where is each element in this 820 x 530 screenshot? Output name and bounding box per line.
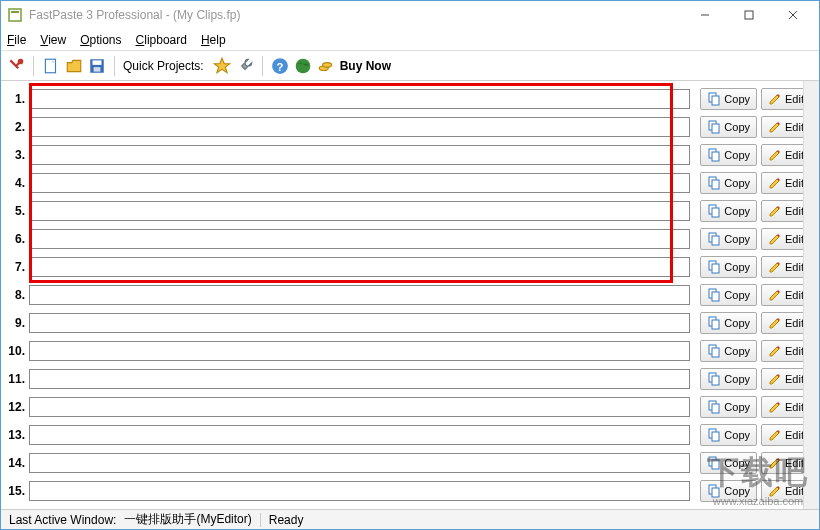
svg-rect-45: [712, 488, 719, 497]
copy-button[interactable]: Copy: [700, 396, 757, 418]
edit-icon: [768, 260, 782, 274]
window-title: FastPaste 3 Professional - (My Clips.fp): [29, 8, 683, 22]
clip-row: 3.CopyEdit: [1, 141, 819, 169]
new-file-icon[interactable]: [42, 57, 60, 75]
svg-rect-19: [712, 124, 719, 133]
menu-file[interactable]: File: [7, 33, 26, 47]
buy-now-button[interactable]: Buy Now: [340, 59, 391, 73]
edit-icon: [768, 484, 782, 498]
star-icon[interactable]: [213, 57, 231, 75]
titlebar: FastPaste 3 Professional - (My Clips.fp): [1, 1, 819, 29]
edit-icon: [768, 372, 782, 386]
coins-icon[interactable]: [317, 57, 335, 75]
menu-clipboard[interactable]: Clipboard: [136, 33, 187, 47]
maximize-button[interactable]: [727, 1, 771, 29]
svg-rect-25: [712, 208, 719, 217]
svg-point-6: [18, 58, 24, 64]
clip-field[interactable]: [29, 397, 690, 417]
clip-field[interactable]: [29, 313, 690, 333]
clip-field[interactable]: [29, 257, 690, 277]
copy-button[interactable]: Copy: [700, 312, 757, 334]
edit-icon: [768, 400, 782, 414]
copy-button[interactable]: Copy: [700, 88, 757, 110]
row-number: 1.: [3, 92, 29, 106]
edit-icon: [768, 176, 782, 190]
copy-button[interactable]: Copy: [700, 256, 757, 278]
globe-icon[interactable]: [294, 57, 312, 75]
clip-row: 4.CopyEdit: [1, 169, 819, 197]
svg-rect-33: [712, 320, 719, 329]
vertical-scrollbar[interactable]: [803, 81, 819, 509]
copy-button[interactable]: Copy: [700, 284, 757, 306]
svg-point-15: [322, 62, 331, 67]
clip-field[interactable]: [29, 285, 690, 305]
row-number: 5.: [3, 204, 29, 218]
menubar: File View Options Clipboard Help: [1, 29, 819, 51]
copy-button[interactable]: Copy: [700, 200, 757, 222]
copy-button[interactable]: Copy: [700, 424, 757, 446]
copy-icon: [707, 400, 721, 414]
copy-icon: [707, 232, 721, 246]
menu-options[interactable]: Options: [80, 33, 121, 47]
clip-row: 15.CopyEdit: [1, 477, 819, 505]
row-number: 12.: [3, 400, 29, 414]
svg-rect-37: [712, 376, 719, 385]
clip-field[interactable]: [29, 369, 690, 389]
pin-icon[interactable]: [7, 57, 25, 75]
copy-icon: [707, 148, 721, 162]
svg-rect-41: [712, 432, 719, 441]
copy-button[interactable]: Copy: [700, 116, 757, 138]
copy-button[interactable]: Copy: [700, 172, 757, 194]
copy-button[interactable]: Copy: [700, 452, 757, 474]
copy-button[interactable]: Copy: [700, 144, 757, 166]
copy-button[interactable]: Copy: [700, 340, 757, 362]
copy-button[interactable]: Copy: [700, 480, 757, 502]
clip-row: 8.CopyEdit: [1, 281, 819, 309]
row-number: 4.: [3, 176, 29, 190]
row-number: 11.: [3, 372, 29, 386]
clip-field[interactable]: [29, 481, 690, 501]
clip-field[interactable]: [29, 89, 690, 109]
clip-field[interactable]: [29, 117, 690, 137]
edit-icon: [768, 232, 782, 246]
status-last-active-label: Last Active Window:: [9, 513, 116, 527]
copy-icon: [707, 372, 721, 386]
save-icon[interactable]: [88, 57, 106, 75]
clip-field[interactable]: [29, 145, 690, 165]
edit-icon: [768, 288, 782, 302]
copy-icon: [707, 456, 721, 470]
wrench-icon[interactable]: [236, 57, 254, 75]
svg-rect-27: [712, 236, 719, 245]
copy-icon: [707, 428, 721, 442]
clip-field[interactable]: [29, 201, 690, 221]
edit-icon: [768, 428, 782, 442]
copy-button[interactable]: Copy: [700, 368, 757, 390]
copy-icon: [707, 288, 721, 302]
menu-view[interactable]: View: [40, 33, 66, 47]
clip-row: 10.CopyEdit: [1, 337, 819, 365]
edit-icon: [768, 148, 782, 162]
clip-row: 1.CopyEdit: [1, 85, 819, 113]
clip-field[interactable]: [29, 341, 690, 361]
clip-row: 11.CopyEdit: [1, 365, 819, 393]
svg-rect-3: [745, 11, 753, 19]
copy-icon: [707, 316, 721, 330]
svg-rect-29: [712, 264, 719, 273]
clip-row: 13.CopyEdit: [1, 421, 819, 449]
clip-field[interactable]: [29, 453, 690, 473]
copy-icon: [707, 484, 721, 498]
open-folder-icon[interactable]: [65, 57, 83, 75]
row-number: 15.: [3, 484, 29, 498]
close-button[interactable]: [771, 1, 815, 29]
help-icon[interactable]: ?: [271, 57, 289, 75]
clip-field[interactable]: [29, 425, 690, 445]
svg-rect-39: [712, 404, 719, 413]
minimize-button[interactable]: [683, 1, 727, 29]
clip-row: 7.CopyEdit: [1, 253, 819, 281]
row-number: 3.: [3, 148, 29, 162]
copy-button[interactable]: Copy: [700, 228, 757, 250]
svg-rect-21: [712, 152, 719, 161]
clip-field[interactable]: [29, 173, 690, 193]
clip-field[interactable]: [29, 229, 690, 249]
menu-help[interactable]: Help: [201, 33, 226, 47]
